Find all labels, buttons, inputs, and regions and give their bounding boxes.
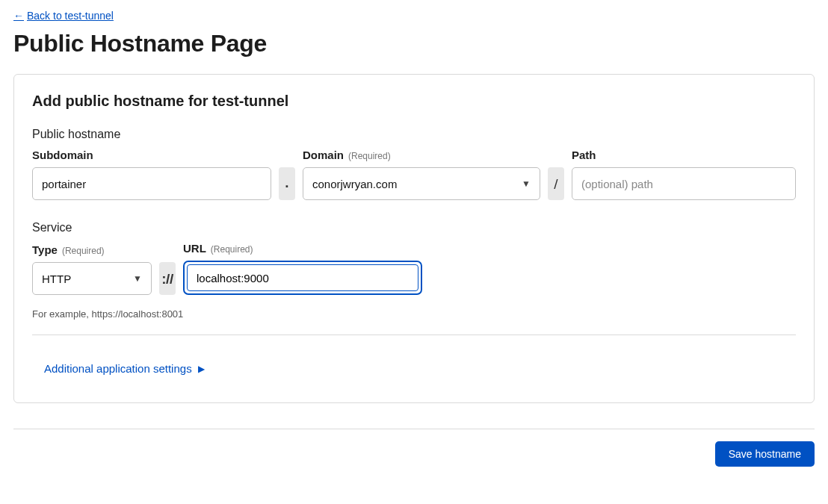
public-hostname-section-label: Public hostname [32, 128, 796, 141]
service-example-text: For example, https://localhost:8001 [32, 308, 796, 320]
additional-settings-toggle[interactable]: Additional application settings ▶ [44, 362, 205, 375]
domain-select[interactable]: conorjwryan.com ▼ [303, 167, 540, 200]
path-input[interactable] [572, 167, 796, 200]
type-group: Type (Required) HTTP ▼ [32, 243, 152, 295]
page-divider [13, 429, 815, 429]
url-label: URL (Required) [183, 242, 422, 255]
additional-settings-label: Additional application settings [44, 362, 192, 375]
dot-separator: . [279, 167, 295, 200]
back-link-text: Back to test-tunnel [27, 10, 114, 22]
subdomain-input[interactable] [32, 167, 271, 200]
url-input-focus-ring [183, 261, 422, 295]
back-link[interactable]: ← Back to test-tunnel [13, 10, 114, 22]
domain-group: Domain (Required) conorjwryan.com ▼ [303, 149, 540, 200]
subdomain-label: Subdomain [32, 149, 271, 161]
hostname-card: Add public hostname for test-tunnel Publ… [13, 74, 815, 403]
page-title: Public Hostname Page [13, 30, 815, 57]
type-select-value: HTTP [42, 273, 71, 285]
type-select[interactable]: HTTP ▼ [32, 262, 152, 295]
domain-label: Domain (Required) [303, 149, 540, 161]
path-group: Path [572, 149, 796, 200]
path-label: Path [572, 149, 796, 161]
caret-down-icon: ▼ [133, 273, 142, 284]
arrow-left-icon: ← [13, 10, 24, 22]
slash-separator: / [548, 167, 564, 200]
caret-right-icon: ▶ [198, 364, 205, 374]
url-group: URL (Required) [183, 242, 422, 295]
save-hostname-button[interactable]: Save hostname [715, 441, 815, 467]
service-row: Type (Required) HTTP ▼ :// URL (Required… [32, 242, 796, 295]
caret-down-icon: ▼ [522, 178, 531, 189]
subdomain-group: Subdomain [32, 149, 271, 200]
card-divider [32, 335, 796, 335]
card-title: Add public hostname for test-tunnel [32, 93, 796, 110]
domain-select-value: conorjwryan.com [312, 178, 397, 190]
url-input[interactable] [187, 264, 418, 291]
service-section-label: Service [32, 221, 796, 234]
type-label: Type (Required) [32, 243, 152, 256]
scheme-separator: :// [159, 262, 176, 295]
footer-bar: Save hostname [13, 441, 815, 467]
public-hostname-row: Subdomain . Domain (Required) conorjwrya… [32, 149, 796, 200]
